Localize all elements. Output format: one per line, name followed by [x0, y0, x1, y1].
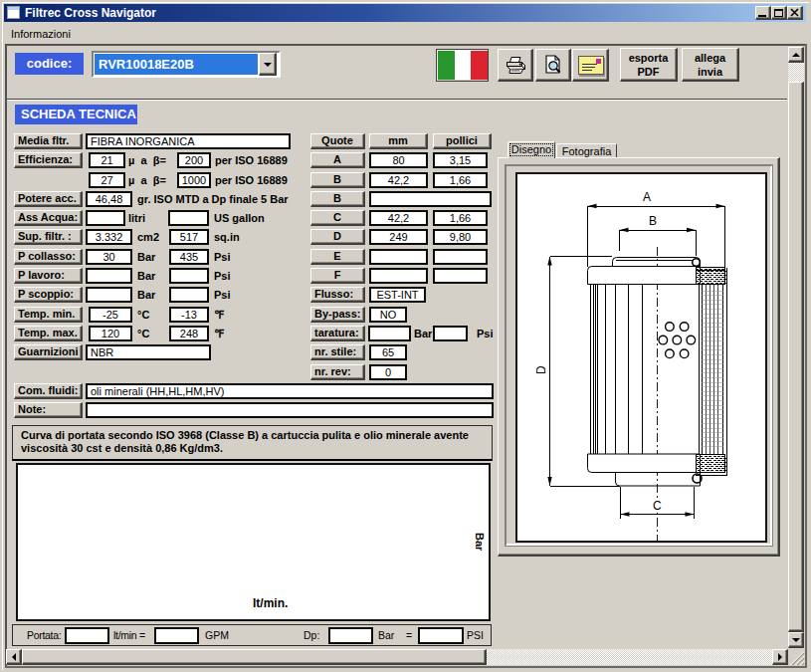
- svg-text:B: B: [649, 214, 657, 228]
- svg-text:C: C: [653, 499, 662, 513]
- svg-text:A: A: [643, 190, 651, 204]
- svg-text:D: D: [534, 365, 548, 374]
